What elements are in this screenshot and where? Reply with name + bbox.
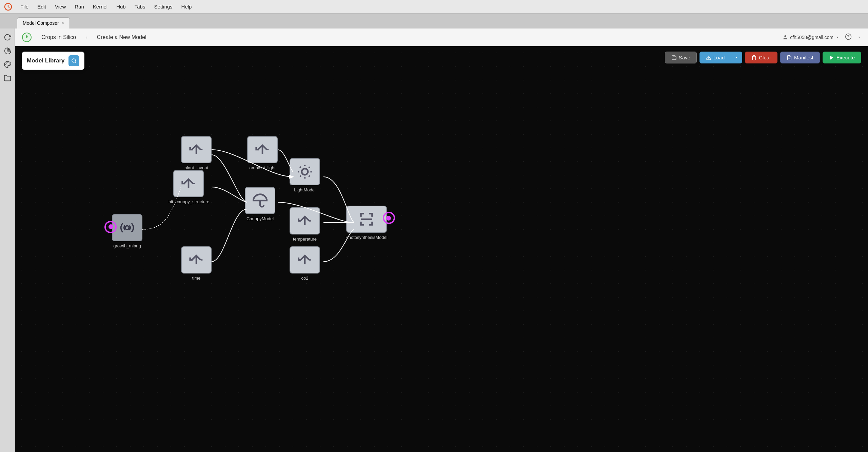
node-label-light-model: LightModel (294, 187, 316, 192)
sidebar-item-refresh[interactable] (2, 32, 13, 43)
menu-tabs[interactable]: Tabs (131, 2, 150, 11)
node-label-plant-layout: plant_layout (184, 165, 208, 170)
execute-button[interactable]: Execute (823, 52, 861, 63)
svg-point-4 (5, 64, 6, 65)
node-label-ambient-light: ambient_light (249, 165, 275, 170)
svg-point-27 (125, 226, 129, 230)
node-time[interactable]: time (181, 246, 212, 281)
menu-view[interactable]: View (51, 2, 70, 11)
node-label-growth-mlang: growth_mlang (113, 243, 141, 248)
menu-hub[interactable]: Hub (112, 2, 130, 11)
load-dropdown-button[interactable] (731, 52, 742, 63)
node-label-init-canopy: init_canopy_structure (167, 199, 210, 204)
node-light-model[interactable]: LightModel (290, 158, 320, 192)
menu-help[interactable]: Help (177, 2, 196, 11)
nav-logo (22, 32, 32, 42)
menu-items: File Edit View Run Kernel Hub Tabs Setti… (16, 2, 196, 11)
node-box-growth-mlang[interactable] (112, 214, 142, 241)
menu-kernel[interactable]: Kernel (89, 2, 112, 11)
node-box-canopy-model[interactable] (245, 187, 275, 214)
svg-line-22 (309, 176, 310, 177)
tab-close-button[interactable]: × (62, 21, 64, 25)
node-label-canopy-model: CanopyModel (246, 216, 274, 221)
clear-button[interactable]: Clear (745, 52, 777, 63)
top-nav: Crops in Silico › Create a New Model cfh… (15, 29, 868, 46)
tab-bar: Model Composer × (0, 14, 868, 29)
svg-point-9 (72, 59, 76, 62)
svg-line-25 (300, 176, 301, 177)
toolbar: Save Load (665, 52, 861, 63)
menu-run[interactable]: Run (71, 2, 88, 11)
node-box-light-model[interactable] (290, 158, 320, 185)
user-menu[interactable]: cfh5058@gmail.com (783, 35, 840, 40)
node-growth-mlang[interactable]: growth_mlang (112, 214, 142, 248)
nav-right: cfh5058@gmail.com (783, 33, 861, 41)
sidebar-item-palette[interactable] (2, 59, 13, 70)
save-button[interactable]: Save (665, 52, 697, 63)
load-button[interactable]: Load (699, 52, 731, 63)
svg-point-3 (6, 63, 6, 63)
help-button[interactable] (845, 33, 852, 41)
manifest-button[interactable]: Manifest (780, 52, 820, 63)
svg-point-2 (9, 64, 9, 64)
canvas-area[interactable]: Model Library Save (15, 46, 868, 452)
sidebar-item-run[interactable] (2, 45, 13, 56)
menu-file[interactable]: File (16, 2, 33, 11)
help-dropdown-icon (857, 35, 861, 39)
menu-edit[interactable]: Edit (33, 2, 50, 11)
svg-line-21 (300, 167, 301, 168)
left-sidebar (0, 29, 15, 452)
node-photosynthesis-model[interactable]: PhotosynthesisModel (346, 206, 388, 240)
svg-line-26 (309, 167, 310, 168)
node-temperature[interactable]: temperature (290, 207, 320, 242)
menu-settings[interactable]: Settings (150, 2, 176, 11)
node-box-temperature[interactable] (290, 207, 320, 234)
app-logo (3, 2, 13, 12)
library-title: Model Library (27, 57, 64, 64)
node-label-photosynthesis: PhotosynthesisModel (346, 235, 388, 240)
node-box-ambient-light[interactable] (247, 136, 278, 163)
connections-svg (15, 46, 868, 452)
svg-point-18 (302, 169, 308, 175)
node-co2[interactable]: co2 (290, 246, 320, 281)
node-box-init-canopy[interactable] (173, 170, 204, 197)
nav-create-new-model[interactable]: Create a New Model (94, 33, 149, 42)
node-label-time: time (192, 276, 201, 281)
node-box-time[interactable] (181, 246, 212, 274)
node-box-co2[interactable] (290, 246, 320, 274)
node-plant-layout[interactable]: plant_layout (181, 136, 212, 170)
node-ambient-light[interactable]: ambient_light (247, 136, 278, 170)
main-content: Crops in Silico › Create a New Model cfh… (15, 29, 868, 452)
svg-line-10 (75, 62, 76, 63)
tab-title: Model Composer (23, 20, 59, 26)
library-search-button[interactable] (68, 55, 79, 66)
model-composer-tab[interactable]: Model Composer × (17, 17, 70, 29)
svg-marker-14 (830, 56, 833, 60)
node-init-canopy-structure[interactable]: init_canopy_structure (167, 170, 210, 204)
nav-crops-in-silico[interactable]: Crops in Silico (39, 33, 79, 42)
node-canopy-model[interactable]: CanopyModel (245, 187, 275, 221)
menu-bar: File Edit View Run Kernel Hub Tabs Setti… (0, 0, 868, 14)
node-label-co2: co2 (301, 276, 309, 281)
user-email: cfh5058@gmail.com (790, 35, 833, 40)
sidebar-item-folder[interactable] (2, 73, 13, 83)
node-box-plant-layout[interactable] (181, 136, 212, 163)
svg-point-6 (785, 35, 786, 37)
node-label-temperature: temperature (293, 237, 317, 242)
svg-point-1 (7, 63, 8, 63)
node-box-photosynthesis[interactable] (346, 206, 387, 233)
model-library-panel: Model Library (22, 52, 84, 70)
